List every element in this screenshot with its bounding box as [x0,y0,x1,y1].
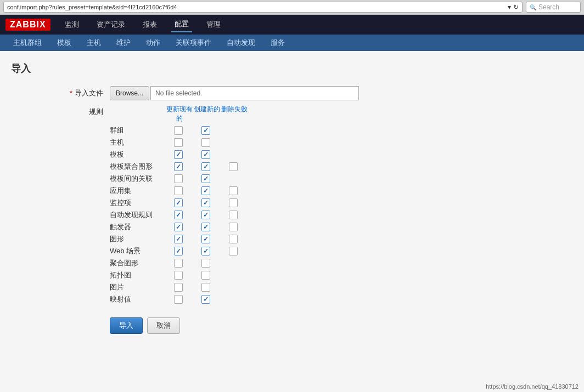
row-items: 监控项 [110,198,573,208]
sub-nav-hosts[interactable]: 主机 [79,35,109,51]
checkbox-drules-update[interactable] [174,211,183,219]
row-label-hosts: 主机 [110,138,165,147]
search-bar[interactable]: 🔍 Search [526,2,581,13]
row-label-items: 监控项 [110,198,165,208]
sub-nav-events[interactable]: 关联项事件 [168,35,219,51]
nav-item-reports[interactable]: 报表 [139,18,160,32]
row-maps: 拓扑图 [110,270,573,280]
search-icon: 🔍 [530,4,536,10]
cancel-button[interactable]: 取消 [147,317,180,334]
browser-bar: conf.import.php?rules_preset=template&si… [0,0,584,15]
row-template-links: 模板间的关联 [110,174,573,184]
header-spacer [111,105,166,123]
action-buttons: 导入 取消 [11,317,573,334]
checkbox-drules-delete[interactable] [229,211,238,219]
nav-item-assets[interactable]: 资产记录 [93,18,128,32]
check-maps-create [192,271,220,280]
sub-nav-services[interactable]: 服务 [263,35,293,51]
checkbox-triggers-create[interactable] [201,223,210,231]
row-checks-web-scenarios [165,247,247,255]
sub-nav-autodiscovery[interactable]: 自动发现 [219,35,263,51]
check-valuemaps-update [165,295,192,304]
checkbox-items-update[interactable] [174,198,183,207]
checkbox-hosts-update[interactable] [174,138,183,147]
check-tscreens-create [192,162,220,171]
nav-item-monitor[interactable]: 监测 [61,18,82,32]
refresh-icon[interactable]: ↻ [513,3,519,11]
checkbox-triggers-delete[interactable] [229,223,238,231]
check-hosts-create [192,138,220,147]
dropdown-icon[interactable]: ▾ [508,3,511,11]
checkbox-appsets-create[interactable] [201,186,210,195]
checkbox-hosts-create[interactable] [201,138,210,147]
checkbox-drules-create[interactable] [201,211,210,219]
row-label-discovery-rules: 自动发现规则 [110,210,165,220]
check-items-update [165,198,192,207]
col-create-header: 创建新的 [193,105,221,123]
checkbox-tlinks-create[interactable] [201,174,210,183]
checkbox-web-delete[interactable] [229,247,238,255]
checkbox-tscreens-delete[interactable] [229,162,238,171]
checkbox-tscreens-update[interactable] [174,162,183,171]
row-label-appsets: 应用集 [110,186,165,196]
checkbox-valuemaps-update[interactable] [174,295,183,304]
check-tlinks-update [165,174,192,183]
sub-nav-templates[interactable]: 模板 [49,35,79,51]
checkbox-tscreens-create[interactable] [201,162,210,171]
row-label-maps: 拓扑图 [110,270,165,280]
checkbox-triggers-update[interactable] [174,223,183,231]
checkbox-groups-create[interactable] [201,126,210,135]
row-label-triggers: 触发器 [110,222,165,232]
checkbox-graphs-update[interactable] [174,235,183,243]
url-bar[interactable]: conf.import.php?rules_preset=template&si… [3,2,523,13]
row-images: 图片 [110,282,573,292]
nav-item-config[interactable]: 配置 [171,17,192,32]
rules-label: 规则 [11,105,110,117]
row-label-images: 图片 [110,282,165,292]
checkbox-screens-create[interactable] [201,259,210,268]
import-button[interactable]: 导入 [110,317,143,334]
check-items-create [192,198,220,207]
check-templates-create [192,150,220,159]
top-navigation: ZABBIX 监测 资产记录 报表 配置 管理 [0,15,584,35]
sub-navigation: 主机群组 模板 主机 维护 动作 关联项事件 自动发现 服务 [0,35,584,51]
checkbox-valuemaps-create[interactable] [201,295,210,304]
sub-nav-maintenance[interactable]: 维护 [109,35,138,51]
check-graphs-update [165,235,192,243]
checkbox-maps-update[interactable] [174,271,183,280]
checkbox-web-create[interactable] [201,247,210,255]
check-groups-create [192,126,220,135]
checkbox-web-update[interactable] [174,247,183,255]
checkbox-templates-create[interactable] [201,150,210,159]
sub-nav-actions[interactable]: 动作 [138,35,168,51]
row-label-web-scenarios: Web 场景 [110,246,165,256]
checkbox-screens-update[interactable] [174,259,183,268]
row-checks-valuemaps [165,295,220,304]
checkbox-templates-update[interactable] [174,150,183,159]
row-checks-maps [165,271,220,280]
checkbox-items-delete[interactable] [229,198,238,207]
nav-item-admin[interactable]: 管理 [203,18,224,32]
footer-link: https://blog.csdn.net/qq_41830712 [486,383,579,390]
checkbox-graphs-delete[interactable] [229,235,238,243]
checkbox-tlinks-update[interactable] [174,174,183,183]
checkbox-maps-create[interactable] [201,271,210,280]
row-checks-screens [165,259,220,268]
row-checks-appsets [165,186,247,195]
rules-header: 更新现有的 创建新的 删除失败 [110,105,573,123]
sub-nav-hostgroups[interactable]: 主机群组 [5,35,49,51]
checkbox-images-update[interactable] [174,283,183,292]
checkbox-appsets-delete[interactable] [229,186,238,195]
row-graphs: 图形 [110,234,573,244]
checkbox-appsets-update[interactable] [174,186,183,195]
check-graphs-delete [220,235,247,243]
checkbox-groups-update[interactable] [174,126,183,135]
row-label-valuemaps: 映射值 [110,294,165,304]
checkbox-graphs-create[interactable] [201,235,210,243]
checkbox-images-create[interactable] [201,283,210,292]
row-discovery-rules: 自动发现规则 [110,210,573,220]
browse-button[interactable]: Browse... [110,86,149,100]
check-graphs-create [192,235,220,243]
check-triggers-delete [220,223,247,231]
checkbox-items-create[interactable] [201,198,210,207]
